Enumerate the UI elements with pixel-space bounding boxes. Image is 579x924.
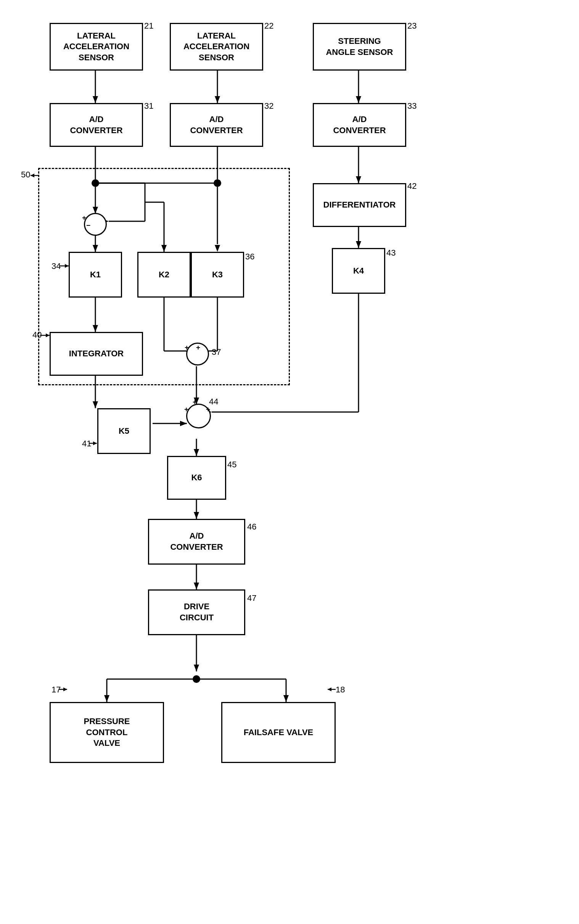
label-45: 45 (227, 460, 237, 469)
label-46: 46 (247, 522, 256, 532)
svg-marker-39 (356, 176, 361, 183)
label-33: 33 (407, 101, 417, 111)
svg-marker-57 (31, 173, 34, 177)
svg-marker-59 (65, 264, 69, 268)
label-31: 31 (144, 101, 153, 111)
label-21: 21 (144, 21, 153, 31)
integrator-block: INTEGRATOR (49, 332, 143, 376)
pressure-valve-block: PRESSURE CONTROL VALVE (49, 702, 164, 763)
arrow-41 (88, 440, 98, 447)
label-23: 23 (407, 21, 417, 31)
failsafe-valve-block: FAILSAFE VALVE (221, 702, 336, 763)
sum2-plus2: + (196, 343, 200, 352)
svg-marker-44 (356, 241, 361, 248)
drive-circuit-block: DRIVE CIRCUIT (148, 589, 245, 635)
arrow-17 (57, 686, 69, 693)
svg-marker-34 (93, 96, 98, 103)
svg-marker-65 (63, 687, 67, 691)
arrow-50 (29, 172, 40, 179)
svg-marker-35 (215, 96, 220, 103)
sum3-plus1: + (184, 405, 188, 414)
k5-block: K5 (97, 408, 150, 454)
sum1-minus: − (86, 221, 90, 230)
ad-converter-2-block: A/D CONVERTER (170, 103, 263, 147)
sum1-plus: + (82, 214, 86, 222)
svg-marker-53 (104, 695, 110, 702)
svg-marker-61 (46, 334, 49, 337)
k4-block: K4 (332, 248, 385, 294)
label-32: 32 (264, 101, 273, 111)
label-44: 44 (209, 397, 218, 407)
junction-dot-bottom (193, 675, 200, 683)
arrow-34 (58, 262, 70, 269)
label-43: 43 (386, 248, 396, 258)
svg-marker-49 (194, 449, 199, 456)
lateral-sensor-2-block: LATERAL ACCELERATION SENSOR (170, 23, 263, 70)
diagram: LATERAL ACCELERATION SENSOR 21 LATERAL A… (0, 0, 579, 924)
steering-sensor-block: STEERING ANGLE SENSOR (313, 23, 406, 70)
arrow-40 (38, 332, 51, 339)
svg-marker-45 (93, 401, 98, 408)
label-37: 37 (212, 347, 221, 357)
svg-marker-63 (93, 442, 97, 445)
sum2-plus1: + (185, 343, 189, 352)
label-47: 47 (247, 593, 256, 603)
sum3-plus2: + (193, 398, 197, 406)
junction-dot-1 (92, 179, 99, 187)
svg-marker-51 (194, 582, 199, 589)
svg-marker-50 (194, 512, 199, 519)
k3-block: K3 (191, 252, 244, 298)
ad-converter-3-block: A/D CONVERTER (313, 103, 406, 147)
lateral-sensor-1-block: LATERAL ACCELERATION SENSOR (49, 23, 143, 70)
label-22: 22 (264, 21, 273, 31)
differentiator-block: DIFFERENTIATOR (313, 183, 406, 227)
ad-converter-4-block: A/D CONVERTER (148, 519, 245, 565)
label-42: 42 (407, 181, 417, 191)
ad-converter-1-block: A/D CONVERTER (49, 103, 143, 147)
k1-block: K1 (69, 252, 122, 298)
label-36: 36 (245, 252, 254, 262)
svg-marker-36 (356, 96, 361, 103)
arrow-18 (326, 686, 338, 693)
k2-block: K2 (137, 252, 191, 298)
svg-marker-46 (180, 421, 187, 426)
svg-marker-54 (283, 695, 289, 702)
svg-marker-67 (328, 687, 332, 691)
k6-block: K6 (167, 456, 226, 500)
junction-dot-2 (214, 179, 221, 187)
svg-marker-52 (194, 665, 199, 671)
